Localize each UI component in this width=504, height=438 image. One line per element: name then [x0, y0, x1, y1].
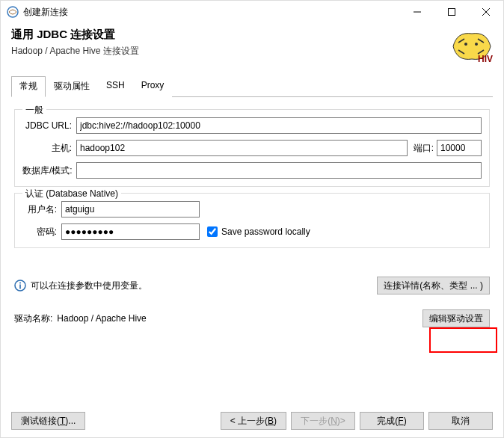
test-connection-button[interactable]: 测试链接(T)... [11, 412, 85, 430]
driver-line: 驱动名称: Hadoop / Apache Hive 编辑驱动设置 [14, 309, 490, 327]
page-subtitle: Hadoop / Apache Hive 连接设置 [11, 45, 449, 58]
database-label: 数据库/模式: [22, 164, 76, 177]
tab-ssh[interactable]: SSH [98, 76, 133, 97]
footer: 测试链接(T)... < 上一步(B) 下一步(N)> 完成(F) 取消 [1, 412, 503, 430]
svg-point-6 [475, 43, 478, 46]
host-input[interactable] [76, 140, 408, 156]
info-icon [14, 280, 26, 292]
back-button[interactable]: < 上一步(B) [221, 412, 286, 430]
svg-rect-10 [19, 285, 21, 289]
group-auth: 认证 (Database Native) 用户名: 密码: Save passw… [14, 193, 490, 248]
save-password-label: Save password locally [221, 226, 310, 237]
save-password-checkbox[interactable] [207, 226, 218, 237]
tab-driver-props[interactable]: 驱动属性 [46, 76, 98, 97]
host-label: 主机: [22, 142, 76, 155]
username-input[interactable] [61, 201, 200, 218]
finish-button[interactable]: 完成(F) [360, 412, 424, 430]
svg-point-9 [19, 283, 21, 284]
info-text: 可以在连接参数中使用变量。 [31, 280, 377, 292]
port-label: 端口: [408, 142, 437, 155]
hive-logo-icon: HIVE [449, 28, 493, 64]
driver-name-label: 驱动名称: [14, 312, 57, 325]
svg-point-5 [464, 43, 467, 46]
driver-name-value: Hadoop / Apache Hive [57, 313, 422, 324]
info-line: 可以在连接参数中使用变量。 连接详情(名称、类型 ... ) [14, 277, 490, 294]
maximize-button[interactable] [434, 1, 469, 23]
group-auth-legend: 认证 (Database Native) [22, 188, 121, 200]
edit-driver-button[interactable]: 编辑驱动设置 [422, 309, 490, 327]
tab-general[interactable]: 常规 [11, 76, 46, 97]
jdbc-url-label: JDBC URL: [22, 120, 76, 131]
jdbc-url-input[interactable] [76, 117, 482, 134]
tab-proxy[interactable]: Proxy [133, 76, 173, 97]
password-input[interactable] [61, 223, 200, 240]
header: 通用 JDBC 连接设置 Hadoop / Apache Hive 连接设置 H… [1, 23, 503, 71]
password-label: 密码: [22, 226, 61, 238]
window-title: 创建新连接 [23, 6, 400, 19]
connection-details-button[interactable]: 连接详情(名称、类型 ... ) [377, 277, 490, 294]
tabs: 常规 驱动属性 SSH Proxy [11, 75, 493, 97]
group-general-legend: 一般 [22, 104, 46, 117]
port-input[interactable] [437, 140, 482, 156]
page-title: 通用 JDBC 连接设置 [11, 28, 449, 42]
title-bar: 创建新连接 [1, 1, 503, 23]
save-password-checkbox-wrap[interactable]: Save password locally [207, 226, 310, 237]
tab-content: 一般 JDBC URL: 主机: 端口: 数据库/模式: 认证 (Databas… [1, 97, 503, 327]
app-icon [7, 6, 19, 18]
group-general: 一般 JDBC URL: 主机: 端口: 数据库/模式: [14, 109, 490, 187]
close-window-button[interactable] [469, 1, 503, 23]
next-button[interactable]: 下一步(N)> [291, 412, 355, 430]
svg-rect-2 [449, 9, 455, 16]
minimize-button[interactable] [400, 1, 434, 23]
svg-text:HIVE: HIVE [478, 54, 493, 64]
cancel-button[interactable]: 取消 [428, 412, 493, 430]
username-label: 用户名: [22, 203, 61, 216]
database-input[interactable] [76, 162, 482, 179]
highlight-annotation [429, 327, 497, 353]
